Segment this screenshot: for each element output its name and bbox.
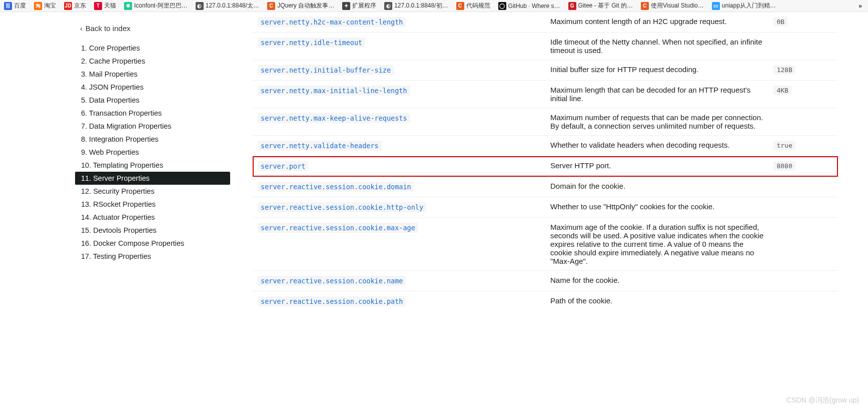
bookmark-item[interactable]: GGitee - 基于 Git 的… [566,1,635,11]
property-key-link[interactable]: server.reactive.session.cookie.path [258,296,406,306]
property-key-cell: server.netty.idle-timeout [253,33,545,60]
toc-item[interactable]: 3. Mail Properties [75,68,230,81]
bookmark-item[interactable]: 淘淘宝 [32,1,58,11]
property-key-link[interactable]: server.netty.max-keep-alive-requests [258,113,410,123]
property-key-link[interactable]: server.port [258,161,308,171]
property-key-cell: server.reactive.session.cookie.domain [253,177,545,197]
bookmark-item[interactable]: ◯GitHub · Where s… [496,1,562,11]
property-description: Whether to use "HttpOnly" cookies for th… [545,197,768,218]
bookmark-item[interactable]: ✱Iconfont-阿里巴巴… [122,1,190,11]
bookmark-label: JQuery 自动触发事… [277,2,334,10]
content-area: server.netty.h2c-max-content-lengthMaxim… [240,12,868,409]
property-key-cell: server.netty.validate-headers [253,136,545,156]
table-row: server.reactive.session.cookie.nameName … [253,271,838,291]
property-default-cell: true [768,136,838,156]
property-key-link[interactable]: server.netty.max-initial-line-length [258,86,410,96]
toc-list: 1. Core Properties2. Cache Properties3. … [75,42,230,263]
property-key-cell: server.reactive.session.cookie.http-only [253,197,545,218]
toc-item[interactable]: 11. Server Properties [75,172,230,185]
toc-item[interactable]: 9. Web Properties [75,146,230,159]
property-default-cell [768,197,838,218]
bookmark-item[interactable]: T天猫 [92,1,118,11]
bookmark-item[interactable]: ◐127.0.0.1:8848/初… [382,1,450,11]
property-description: Initial buffer size for HTTP request dec… [545,60,768,81]
favicon-icon: G [568,2,576,10]
toc-item[interactable]: 4. JSON Properties [75,81,230,94]
property-description: Idle timeout of the Netty channel. When … [545,33,768,60]
bookmark-label: 127.0.0.1:8848/太… [206,2,259,10]
property-key-cell: server.netty.max-initial-line-length [253,81,545,108]
bookmark-label: 京东 [74,2,86,10]
property-key-link[interactable]: server.reactive.session.cookie.max-age [258,223,418,233]
bookmark-item[interactable]: ▭uniapp从入门到精… [710,1,778,11]
table-row: server.netty.h2c-max-content-lengthMaxim… [253,12,838,33]
toc-item[interactable]: 15. Devtools Properties [75,224,230,237]
bookmark-label: Gitee - 基于 Git 的… [578,2,633,10]
property-default-value: 8080 [773,161,795,171]
property-key-cell: server.reactive.session.cookie.path [253,291,545,312]
bookmark-label: uniapp从入门到精… [722,2,776,10]
bookmark-label: 百度 [14,2,26,10]
property-key-link[interactable]: server.reactive.session.cookie.domain [258,182,414,192]
back-to-index-link[interactable]: ‹ Back to index [75,22,230,42]
property-key-link[interactable]: server.netty.initial-buffer-size [258,65,394,75]
bookmark-label: GitHub · Where s… [508,3,560,10]
property-key-link[interactable]: server.netty.idle-timeout [258,38,365,48]
toc-item[interactable]: 12. Security Properties [75,185,230,198]
property-key-link[interactable]: server.netty.h2c-max-content-length [258,17,406,27]
back-label: Back to index [86,24,131,33]
toc-item[interactable]: 17. Testing Properties [75,250,230,263]
bookmark-label: 天猫 [104,2,116,10]
bookmark-item[interactable]: C代码规范 [454,1,492,11]
property-key-link[interactable]: server.reactive.session.cookie.name [258,276,406,286]
bookmark-item[interactable]: ✦扩展程序 [340,1,378,11]
properties-table: server.netty.h2c-max-content-lengthMaxim… [253,12,838,311]
toc-item[interactable]: 13. RSocket Properties [75,198,230,211]
property-default-value: 4KB [773,86,791,95]
bookmark-label: Iconfont-阿里巴巴… [134,2,188,10]
table-row: server.reactive.session.cookie.max-ageMa… [253,218,838,271]
table-row: server.netty.max-keep-alive-requestsMaxi… [253,108,838,136]
property-description: Whether to validate headers when decodin… [545,136,768,156]
toc-item[interactable]: 14. Actuator Properties [75,211,230,224]
favicon-icon: C [456,2,464,10]
property-key-link[interactable]: server.reactive.session.cookie.http-only [258,202,426,212]
property-key-link[interactable]: server.netty.validate-headers [258,141,382,151]
toc-item[interactable]: 5. Data Properties [75,94,230,107]
table-row: server.reactive.session.cookie.domainDom… [253,177,838,197]
bookmark-item[interactable]: CJQuery 自动触发事… [265,1,336,11]
toc-item[interactable]: 8. Integration Properties [75,133,230,146]
toc-item[interactable]: 10. Templating Properties [75,159,230,172]
bookmark-item[interactable]: C使用Visual Studio… [639,1,706,11]
bookmark-overflow-button[interactable]: » [854,3,866,10]
table-row: server.netty.validate-headersWhether to … [253,136,838,156]
property-default-value: true [773,141,795,150]
favicon-icon: 淘 [34,2,42,10]
property-description: Maximum content length of an H2C upgrade… [545,12,768,33]
toc-item[interactable]: 16. Docker Compose Properties [75,237,230,250]
bookmark-item[interactable]: 百百度 [2,1,28,11]
table-row: server.reactive.session.cookie.http-only… [253,197,838,218]
toc-item[interactable]: 1. Core Properties [75,42,230,55]
favicon-icon: ◐ [196,2,204,10]
bookmark-item[interactable]: ◐127.0.0.1:8848/太… [194,1,261,11]
toc-item[interactable]: 7. Data Migration Properties [75,120,230,133]
property-key-cell: server.netty.initial-buffer-size [253,60,545,81]
favicon-icon: C [267,2,275,10]
property-key-cell: server.reactive.session.cookie.max-age [253,218,545,271]
property-default-cell [768,33,838,60]
property-default-value: 128B [773,65,795,75]
bookmark-label: 扩展程序 [352,2,376,10]
bookmark-item[interactable]: JD京东 [62,1,88,11]
property-default-cell [768,291,838,312]
toc-item[interactable]: 2. Cache Properties [75,55,230,68]
favicon-icon: 百 [4,2,12,10]
property-description: Name for the cookie. [545,271,768,291]
table-row: server.netty.idle-timeoutIdle timeout of… [253,33,838,60]
property-default-cell: 8080 [768,156,838,177]
favicon-icon: JD [64,2,72,10]
favicon-icon: ▭ [712,2,720,10]
bookmark-label: 127.0.0.1:8848/初… [394,2,448,10]
table-row: server.netty.max-initial-line-lengthMaxi… [253,81,838,108]
toc-item[interactable]: 6. Transaction Properties [75,107,230,120]
